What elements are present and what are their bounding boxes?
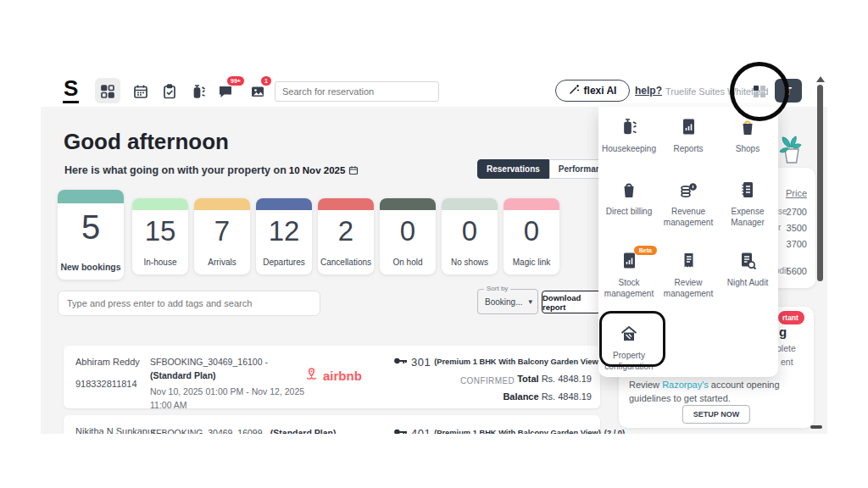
price-value: 2700 — [787, 207, 807, 217]
price-column-header: Price — [786, 188, 807, 198]
menu-item-property-configuration[interactable]: Property configuration — [600, 324, 658, 372]
page-title: Good afternoon — [64, 129, 229, 155]
ledger-icon — [738, 180, 757, 200]
guest-name: Nikitha N Sunkapur — [75, 426, 156, 434]
stat-value: 0 — [380, 215, 436, 247]
report-document-icon — [679, 117, 698, 137]
menu-item-label: Revenue management — [659, 206, 717, 228]
text-fragment: plete — [776, 343, 796, 353]
reservation-search-input[interactable] — [275, 81, 439, 102]
stat-card-new-bookings[interactable]: 5 New bookings — [58, 190, 124, 280]
media-count-badge: 1 — [261, 76, 271, 86]
razorpay-link[interactable]: Razorpay's — [662, 380, 709, 390]
stat-value: 0 — [504, 215, 559, 247]
coins-icon — [678, 180, 698, 200]
total-label: Total — [517, 374, 538, 384]
stat-color-bar — [380, 198, 436, 210]
menu-item-label: Expense Manager — [719, 206, 776, 228]
stat-value: 5 — [58, 208, 124, 247]
stat-card-cancellations[interactable]: 2 Cancellations — [318, 198, 374, 274]
stat-card-on-hold[interactable]: 0 On hold — [380, 198, 436, 274]
flexi-ai-button[interactable]: flexi AI — [555, 80, 630, 102]
stayflexi-logo[interactable]: S — [63, 76, 79, 103]
stat-card-magic-link[interactable]: 0 Magic link — [504, 198, 559, 274]
menu-item-label: Property configuration — [600, 350, 658, 372]
stat-value: 7 — [194, 215, 250, 247]
menu-item-shops[interactable]: Shops — [719, 117, 776, 154]
stat-card-arrivals[interactable]: 7 Arrivals — [194, 198, 250, 274]
horizontal-scrollbar-thumb[interactable] — [810, 425, 822, 429]
messages-count-badge: 99+ — [227, 76, 244, 86]
stat-color-bar — [194, 198, 250, 210]
price-value: 5600 — [787, 266, 807, 276]
date-picker-value[interactable]: 10 Nov 2025 — [289, 165, 346, 175]
billing-bag-icon — [620, 180, 638, 200]
rate-plan: (Standard Plan) — [150, 370, 216, 380]
stat-value: 2 — [318, 215, 374, 247]
help-link[interactable]: help? — [635, 85, 662, 97]
calendar-icon[interactable] — [132, 83, 149, 100]
menu-item-direct-billing[interactable]: Direct billing — [600, 180, 658, 217]
apps-menu-icon[interactable] — [753, 85, 766, 98]
scrollbar-up-arrow[interactable] — [816, 76, 825, 82]
room-type: (Premium 1 BHK With Balcony Garden View) — [434, 358, 601, 366]
stat-color-bar — [58, 190, 124, 203]
receipt-icon — [679, 251, 698, 271]
menu-item-label: Review management — [659, 277, 717, 299]
room-type: (Premium 1 BHK With Balcony Garden View) — [434, 429, 601, 434]
user-avatar-button[interactable]: T — [775, 79, 802, 103]
room-assignment: 401 (Premium 1 BHK With Balcony Garden V… — [394, 425, 625, 434]
heading-fragment: g — [779, 324, 787, 339]
tab-reservations[interactable]: Reservations — [477, 159, 549, 179]
booking-dates: Nov 10, 2025 01:00 PM - Nov 12, 2025 11:… — [150, 385, 307, 413]
stat-card-no-shows[interactable]: 0 No shows — [442, 198, 498, 274]
chevron-down-icon: ▾ — [528, 297, 532, 306]
booking-row[interactable]: Abhiram Reddy 918332811814 SFBOOKING_304… — [64, 346, 600, 408]
price-value: 3500 — [787, 223, 807, 233]
stat-card-in-house[interactable]: 15 In-house — [132, 198, 188, 274]
menu-item-stock-management[interactable]: Beta Stock management — [600, 251, 658, 299]
date-picker-calendar-icon[interactable] — [348, 165, 359, 178]
menu-item-housekeeping[interactable]: Housekeeping — [600, 117, 658, 154]
rate-plan: (Standard Plan) — [270, 428, 337, 434]
menu-item-reports[interactable]: Reports — [659, 117, 717, 154]
menu-item-expense-manager[interactable]: Expense Manager — [719, 180, 776, 228]
tasks-clipboard-icon[interactable] — [161, 83, 178, 100]
stat-value: 0 — [442, 215, 498, 247]
menu-item-revenue-management[interactable]: Revenue management — [659, 180, 717, 228]
booking-id-text: SFBOOKING_30469_16099 - — [150, 428, 270, 434]
stat-color-bar — [318, 198, 374, 210]
booking-row[interactable]: Nikitha N Sunkapur SFBOOKING_30469_16099… — [64, 415, 600, 434]
magic-wand-icon — [569, 84, 580, 97]
review-prefix: Review — [629, 380, 662, 390]
housekeeping-icon[interactable] — [190, 83, 207, 100]
setup-now-button[interactable]: SETUP NOW — [682, 405, 750, 424]
vertical-scrollbar-thumb[interactable] — [817, 85, 823, 281]
stat-label: Arrivals — [194, 258, 250, 267]
media-icon[interactable] — [249, 83, 266, 100]
text-fragment: ent — [781, 357, 793, 367]
stock-document-icon: Beta — [620, 251, 638, 271]
menu-item-review-management[interactable]: Review management — [659, 251, 717, 299]
sort-by-select[interactable]: Sort by Booking... ▾ — [477, 289, 538, 314]
stat-label: Departures — [256, 258, 312, 267]
booking-id-text: SFBOOKING_30469_16100 - — [150, 357, 268, 367]
menu-item-label: Stock management — [600, 277, 658, 299]
room-number: 301 — [411, 356, 431, 369]
menu-item-night-audit[interactable]: Night Audit — [719, 251, 776, 288]
menu-item-label: Direct billing — [600, 206, 658, 217]
balance-amount: Balance Rs. 4848.19 — [503, 391, 592, 402]
tags-search-input[interactable] — [58, 291, 320, 316]
housekeeping-icon — [620, 117, 638, 137]
stat-color-bar — [132, 198, 188, 210]
airbnb-logo-icon — [303, 366, 320, 385]
channel-airbnb: airbnb — [303, 366, 362, 385]
stat-color-bar — [442, 198, 498, 210]
messages-icon[interactable] — [217, 83, 234, 100]
download-report-button[interactable]: Download report — [542, 291, 601, 313]
menu-item-label: Night Audit — [719, 277, 776, 288]
stat-card-departures[interactable]: 12 Departures — [256, 198, 312, 274]
stat-label: New bookings — [58, 262, 124, 272]
dashboard-grid-icon[interactable] — [99, 83, 116, 100]
audit-magnifier-icon — [737, 251, 758, 271]
